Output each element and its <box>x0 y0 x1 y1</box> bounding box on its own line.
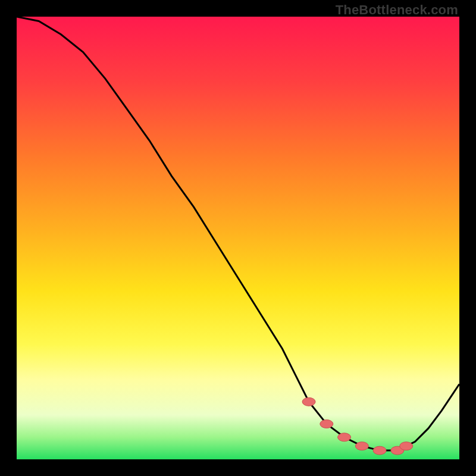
marker-dot <box>320 419 333 428</box>
marker-dot <box>302 397 315 406</box>
recommended-range-markers <box>302 397 413 455</box>
curve-svg <box>17 17 459 459</box>
marker-dot <box>355 442 368 450</box>
plot-area <box>17 17 459 459</box>
bottleneck-curve <box>17 17 459 450</box>
marker-dot <box>338 433 351 441</box>
marker-dot <box>373 446 386 455</box>
marker-dot <box>400 442 413 450</box>
chart-frame: TheBottleneck.com <box>0 0 476 476</box>
watermark-text: TheBottleneck.com <box>336 2 458 18</box>
